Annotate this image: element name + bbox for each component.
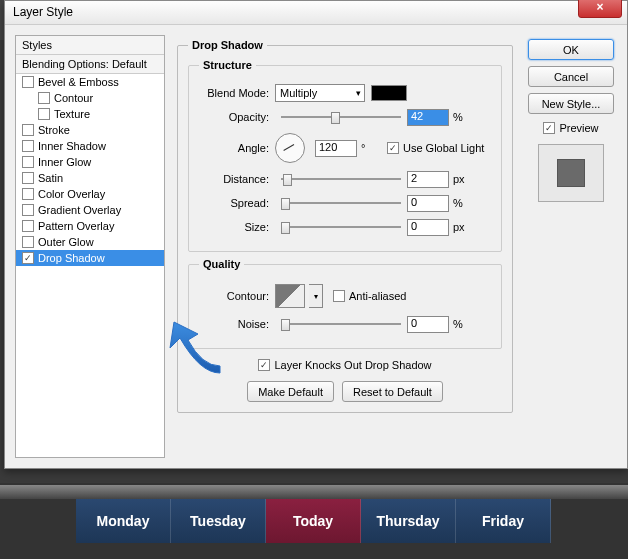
size-input[interactable]: 0 [407, 219, 449, 236]
style-item-texture[interactable]: Texture [16, 106, 164, 122]
spread-input[interactable]: 0 [407, 195, 449, 212]
antialiased-checkbox[interactable] [333, 290, 345, 302]
preview-checkbox[interactable] [543, 122, 555, 134]
style-checkbox[interactable] [22, 236, 34, 248]
style-label: Stroke [38, 124, 70, 136]
style-item-stroke[interactable]: Stroke [16, 122, 164, 138]
contour-swatch[interactable] [275, 284, 305, 308]
antialiased-label: Anti-aliased [349, 290, 406, 302]
style-checkbox[interactable] [22, 140, 34, 152]
blend-mode-value: Multiply [280, 87, 317, 99]
opacity-input[interactable]: 42 [407, 109, 449, 126]
structure-group: Structure Blend Mode: Multiply Opacity: … [188, 59, 502, 252]
tab-monday[interactable]: Monday [76, 499, 171, 543]
spread-unit: % [453, 197, 473, 209]
global-light-checkbox[interactable] [387, 142, 399, 154]
style-label: Bevel & Emboss [38, 76, 119, 88]
styles-header[interactable]: Styles [16, 36, 164, 55]
distance-slider[interactable] [281, 172, 401, 186]
style-checkbox[interactable] [38, 92, 50, 104]
blend-mode-dropdown[interactable]: Multiply [275, 84, 365, 102]
drop-shadow-panel: Drop Shadow Structure Blend Mode: Multip… [173, 35, 517, 458]
spread-slider[interactable] [281, 196, 401, 210]
contour-dropdown[interactable]: ▾ [309, 284, 323, 308]
shadow-color-swatch[interactable] [371, 85, 407, 101]
noise-label: Noise: [199, 318, 269, 330]
contour-label: Contour: [199, 290, 269, 302]
noise-unit: % [453, 318, 473, 330]
global-light-label: Use Global Light [403, 142, 484, 154]
style-checkbox[interactable] [22, 76, 34, 88]
style-label: Inner Glow [38, 156, 91, 168]
style-item-outer-glow[interactable]: Outer Glow [16, 234, 164, 250]
opacity-slider[interactable] [281, 110, 401, 124]
tab-tuesday[interactable]: Tuesday [171, 499, 266, 543]
reset-default-button[interactable]: Reset to Default [342, 381, 443, 402]
style-checkbox[interactable] [22, 124, 34, 136]
noise-input[interactable]: 0 [407, 316, 449, 333]
style-label: Color Overlay [38, 188, 105, 200]
style-label: Outer Glow [38, 236, 94, 248]
preview-swatch [538, 144, 604, 202]
style-checkbox[interactable] [22, 220, 34, 232]
page-tab-strip: MondayTuesdayTodayThursdayFriday [0, 483, 628, 559]
tab-friday[interactable]: Friday [456, 499, 551, 543]
style-checkbox[interactable] [22, 204, 34, 216]
size-slider[interactable] [281, 220, 401, 234]
style-checkbox[interactable] [22, 156, 34, 168]
preview-label: Preview [559, 122, 598, 134]
distance-label: Distance: [199, 173, 269, 185]
noise-slider[interactable] [281, 317, 401, 331]
make-default-button[interactable]: Make Default [247, 381, 334, 402]
style-label: Satin [38, 172, 63, 184]
drop-shadow-group: Drop Shadow Structure Blend Mode: Multip… [177, 39, 513, 413]
style-item-color-overlay[interactable]: Color Overlay [16, 186, 164, 202]
dialog-right-panel: OK Cancel New Style... Preview [525, 35, 617, 458]
styles-panel: Styles Blending Options: Default Bevel &… [15, 35, 165, 458]
opacity-label: Opacity: [199, 111, 269, 123]
style-item-contour[interactable]: Contour [16, 90, 164, 106]
style-checkbox[interactable] [22, 252, 34, 264]
style-label: Inner Shadow [38, 140, 106, 152]
style-item-satin[interactable]: Satin [16, 170, 164, 186]
style-label: Contour [54, 92, 93, 104]
angle-unit: ° [361, 142, 381, 154]
new-style-button[interactable]: New Style... [528, 93, 614, 114]
ok-button[interactable]: OK [528, 39, 614, 60]
preview-inner [557, 159, 585, 187]
layer-style-dialog: Layer Style × Styles Blending Options: D… [4, 0, 628, 469]
drop-shadow-legend: Drop Shadow [188, 39, 267, 51]
style-checkbox[interactable] [38, 108, 50, 120]
structure-legend: Structure [199, 59, 256, 71]
angle-dial[interactable] [275, 133, 305, 163]
style-item-gradient-overlay[interactable]: Gradient Overlay [16, 202, 164, 218]
style-label: Pattern Overlay [38, 220, 114, 232]
tab-thursday[interactable]: Thursday [361, 499, 456, 543]
style-item-bevel-emboss[interactable]: Bevel & Emboss [16, 74, 164, 90]
close-button[interactable]: × [578, 0, 622, 18]
blending-options[interactable]: Blending Options: Default [16, 55, 164, 74]
knockout-checkbox[interactable] [258, 359, 270, 371]
style-item-inner-glow[interactable]: Inner Glow [16, 154, 164, 170]
style-checkbox[interactable] [22, 172, 34, 184]
style-label: Drop Shadow [38, 252, 105, 264]
size-label: Size: [199, 221, 269, 233]
style-checkbox[interactable] [22, 188, 34, 200]
angle-input[interactable]: 120 [315, 140, 357, 157]
size-unit: px [453, 221, 473, 233]
style-item-drop-shadow[interactable]: Drop Shadow [16, 250, 164, 266]
blend-mode-label: Blend Mode: [199, 87, 269, 99]
tab-today[interactable]: Today [266, 499, 361, 543]
style-item-pattern-overlay[interactable]: Pattern Overlay [16, 218, 164, 234]
titlebar[interactable]: Layer Style × [5, 1, 627, 25]
opacity-unit: % [453, 111, 473, 123]
dialog-title: Layer Style [13, 5, 73, 19]
cancel-button[interactable]: Cancel [528, 66, 614, 87]
angle-label: Angle: [199, 142, 269, 154]
quality-legend: Quality [199, 258, 244, 270]
style-item-inner-shadow[interactable]: Inner Shadow [16, 138, 164, 154]
style-label: Gradient Overlay [38, 204, 121, 216]
distance-input[interactable]: 2 [407, 171, 449, 188]
style-label: Texture [54, 108, 90, 120]
quality-group: Quality Contour: ▾ Anti-aliased Noise: 0… [188, 258, 502, 349]
